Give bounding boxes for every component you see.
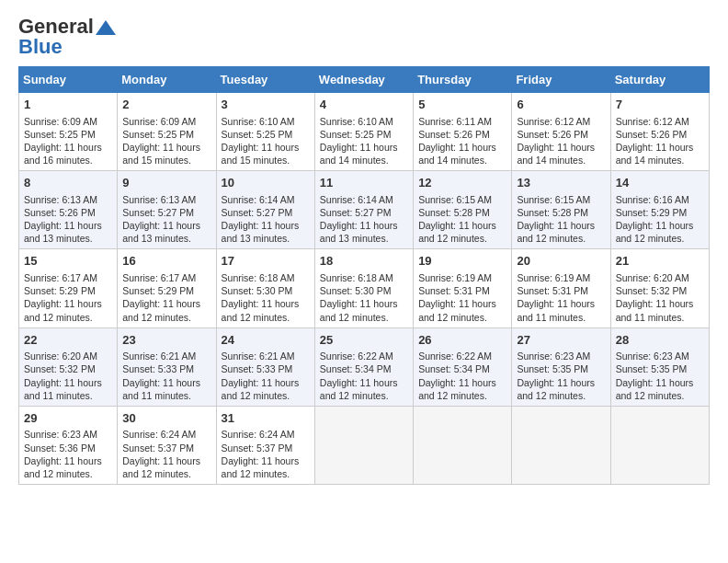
sunset-text: Sunset: 5:35 PM [616,363,688,374]
day-number: 4 [320,97,408,113]
daylight-text: Daylight: 11 hours and 12 minutes. [24,298,102,322]
day-number: 7 [616,97,704,113]
sunset-text: Sunset: 5:26 PM [418,129,490,140]
sunset-text: Sunset: 5:27 PM [222,207,293,218]
sunrise-text: Sunrise: 6:11 AM [418,116,492,127]
calendar-cell: 31Sunrise: 6:24 AMSunset: 5:37 PMDayligh… [216,406,314,484]
sunset-text: Sunset: 5:27 PM [122,207,194,218]
calendar-cell: 12Sunrise: 6:15 AMSunset: 5:28 PMDayligh… [414,171,512,249]
calendar-cell [414,406,512,484]
daylight-text: Daylight: 11 hours and 12 minutes. [122,455,200,479]
calendar-cell: 19Sunrise: 6:19 AMSunset: 5:31 PMDayligh… [414,249,512,327]
sunset-text: Sunset: 5:25 PM [122,129,194,140]
daylight-text: Daylight: 11 hours and 12 minutes. [24,455,102,479]
sunrise-text: Sunrise: 6:13 AM [24,194,97,205]
day-number: 31 [222,410,310,427]
calendar-cell: 18Sunrise: 6:18 AMSunset: 5:30 PMDayligh… [314,249,413,327]
sunset-text: Sunset: 5:27 PM [320,207,392,218]
sunrise-text: Sunrise: 6:23 AM [616,350,689,362]
day-number: 6 [517,97,605,113]
calendar-header-saturday: Saturday [610,67,709,93]
sunrise-text: Sunrise: 6:10 AM [320,116,393,127]
sunrise-text: Sunrise: 6:16 AM [616,194,689,205]
sunrise-text: Sunrise: 6:15 AM [517,194,590,205]
sunrise-text: Sunrise: 6:15 AM [418,194,492,205]
sunrise-text: Sunrise: 6:14 AM [222,194,295,205]
daylight-text: Daylight: 11 hours and 13 minutes. [24,220,102,244]
calendar-cell: 9Sunrise: 6:13 AMSunset: 5:27 PMDaylight… [118,171,216,249]
daylight-text: Daylight: 11 hours and 14 minutes. [517,142,595,166]
calendar-header-thursday: Thursday [414,67,512,93]
daylight-text: Daylight: 11 hours and 12 minutes. [418,220,496,244]
calendar-cell: 17Sunrise: 6:18 AMSunset: 5:30 PMDayligh… [216,249,314,327]
calendar-cell: 10Sunrise: 6:14 AMSunset: 5:27 PMDayligh… [216,171,314,249]
sunrise-text: Sunrise: 6:19 AM [517,272,590,283]
page: General Blue SundayMondayTuesdayWednesda… [0,0,728,563]
day-number: 15 [24,253,112,270]
sunrise-text: Sunrise: 6:22 AM [320,350,393,362]
calendar-cell: 27Sunrise: 6:23 AMSunset: 5:35 PMDayligh… [512,327,610,406]
calendar-cell: 6Sunrise: 6:12 AMSunset: 5:26 PMDaylight… [512,93,610,171]
daylight-text: Daylight: 11 hours and 12 minutes. [320,298,398,322]
daylight-text: Daylight: 11 hours and 12 minutes. [222,455,300,479]
sunset-text: Sunset: 5:28 PM [418,207,490,218]
sunrise-text: Sunrise: 6:09 AM [24,116,97,127]
sunset-text: Sunset: 5:29 PM [122,285,194,296]
sunrise-text: Sunrise: 6:18 AM [222,272,295,283]
sunset-text: Sunset: 5:37 PM [122,442,194,454]
sunset-text: Sunset: 5:33 PM [222,363,293,374]
sunset-text: Sunset: 5:25 PM [24,129,96,140]
daylight-text: Daylight: 11 hours and 12 minutes. [517,377,595,401]
calendar-header-sunday: Sunday [19,67,118,93]
daylight-text: Daylight: 11 hours and 13 minutes. [122,220,200,244]
daylight-text: Daylight: 11 hours and 11 minutes. [122,377,200,401]
calendar-cell: 16Sunrise: 6:17 AMSunset: 5:29 PMDayligh… [118,249,216,327]
day-number: 17 [222,253,310,270]
day-number: 10 [222,175,310,191]
calendar-cell: 14Sunrise: 6:16 AMSunset: 5:29 PMDayligh… [610,171,709,249]
daylight-text: Daylight: 11 hours and 12 minutes. [222,377,300,401]
calendar-cell: 21Sunrise: 6:20 AMSunset: 5:32 PMDayligh… [610,249,709,327]
calendar-cell: 15Sunrise: 6:17 AMSunset: 5:29 PMDayligh… [19,249,118,327]
daylight-text: Daylight: 11 hours and 13 minutes. [320,220,398,244]
calendar-cell: 1Sunrise: 6:09 AMSunset: 5:25 PMDaylight… [19,93,118,171]
calendar-cell: 29Sunrise: 6:23 AMSunset: 5:36 PMDayligh… [19,406,118,484]
daylight-text: Daylight: 11 hours and 14 minutes. [320,142,398,166]
sunrise-text: Sunrise: 6:14 AM [320,194,393,205]
sunrise-text: Sunrise: 6:10 AM [222,116,295,127]
day-number: 8 [24,175,112,191]
daylight-text: Daylight: 11 hours and 12 minutes. [517,220,595,244]
day-number: 19 [418,253,506,270]
sunrise-text: Sunrise: 6:20 AM [616,272,689,283]
day-number: 20 [517,253,605,270]
day-number: 16 [122,253,210,270]
calendar-header-monday: Monday [118,67,216,93]
sunrise-text: Sunrise: 6:17 AM [24,272,97,283]
calendar-cell: 20Sunrise: 6:19 AMSunset: 5:31 PMDayligh… [512,249,610,327]
daylight-text: Daylight: 11 hours and 12 minutes. [320,377,398,401]
daylight-text: Daylight: 11 hours and 14 minutes. [616,142,694,166]
day-number: 13 [517,175,605,191]
sunset-text: Sunset: 5:26 PM [616,129,688,140]
daylight-text: Daylight: 11 hours and 15 minutes. [122,142,200,166]
calendar-cell [610,406,709,484]
calendar-cell: 23Sunrise: 6:21 AMSunset: 5:33 PMDayligh… [118,327,216,406]
calendar-cell: 2Sunrise: 6:09 AMSunset: 5:25 PMDaylight… [118,93,216,171]
day-number: 29 [24,410,112,427]
calendar-header-tuesday: Tuesday [216,67,314,93]
calendar-header-row: SundayMondayTuesdayWednesdayThursdayFrid… [19,67,710,93]
logo-blue: Blue [18,35,63,59]
sunrise-text: Sunrise: 6:18 AM [320,272,393,283]
sunrise-text: Sunrise: 6:21 AM [122,350,196,362]
day-number: 30 [122,410,210,427]
day-number: 14 [616,175,704,191]
daylight-text: Daylight: 11 hours and 12 minutes. [418,377,496,401]
logo: General Blue [18,15,116,59]
sunset-text: Sunset: 5:35 PM [517,363,588,374]
sunrise-text: Sunrise: 6:21 AM [222,350,295,362]
daylight-text: Daylight: 11 hours and 12 minutes. [222,298,300,322]
sunset-text: Sunset: 5:31 PM [517,285,588,296]
logo-icon [96,20,116,35]
daylight-text: Daylight: 11 hours and 11 minutes. [24,377,102,401]
calendar-cell: 13Sunrise: 6:15 AMSunset: 5:28 PMDayligh… [512,171,610,249]
